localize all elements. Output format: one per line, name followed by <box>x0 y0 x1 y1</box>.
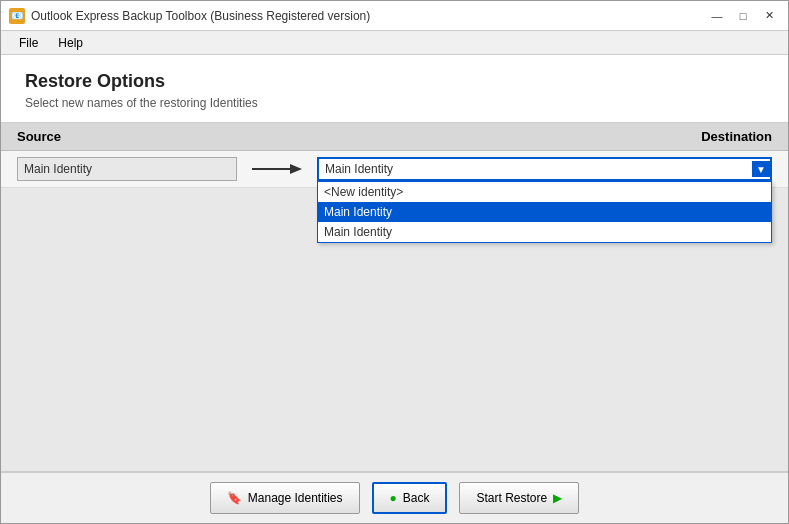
window-title: Outlook Express Backup Toolbox (Business… <box>31 9 370 23</box>
page-subtitle: Select new names of the restoring Identi… <box>25 96 764 110</box>
dropdown-popup: <New identity> Main Identity Main Identi… <box>317 181 772 243</box>
close-button[interactable]: ✕ <box>758 7 780 25</box>
app-icon: 📧 <box>9 8 25 24</box>
table-header: Source Destination <box>1 123 788 151</box>
title-bar: 📧 Outlook Express Backup Toolbox (Busine… <box>1 1 788 31</box>
manage-identities-label: Manage Identities <box>248 491 343 505</box>
minimize-button[interactable]: — <box>706 7 728 25</box>
svg-marker-1 <box>290 164 302 174</box>
destination-dropdown[interactable]: Main Identity ▼ <box>317 157 772 181</box>
bottom-bar: 🔖 Manage Identities ● Back Start Restore… <box>1 471 788 523</box>
col-source-header: Source <box>17 129 357 144</box>
menu-bar: File Help <box>1 31 788 55</box>
start-restore-label: Start Restore <box>476 491 547 505</box>
dropdown-option-new[interactable]: <New identity> <box>318 182 771 202</box>
manage-icon: 🔖 <box>227 491 242 505</box>
dropdown-option-main-2[interactable]: Main Identity <box>318 222 771 242</box>
start-restore-icon: ▶ <box>553 491 562 505</box>
table-row: Main Identity Main Identity ▼ <New ident… <box>1 151 788 188</box>
title-bar-left: 📧 Outlook Express Backup Toolbox (Busine… <box>9 8 370 24</box>
back-icon: ● <box>390 491 397 505</box>
window-controls: — □ ✕ <box>706 7 780 25</box>
back-button[interactable]: ● Back <box>372 482 448 514</box>
page-header: Restore Options Select new names of the … <box>1 55 788 123</box>
main-window: 📧 Outlook Express Backup Toolbox (Busine… <box>0 0 789 524</box>
maximize-button[interactable]: □ <box>732 7 754 25</box>
start-restore-button[interactable]: Start Restore ▶ <box>459 482 579 514</box>
manage-identities-button[interactable]: 🔖 Manage Identities <box>210 482 360 514</box>
dropdown-option-main-1[interactable]: Main Identity <box>318 202 771 222</box>
dropdown-arrow-icon: ▼ <box>752 161 770 177</box>
destination-dropdown-container: Main Identity ▼ <New identity> Main Iden… <box>317 157 772 181</box>
arrow-icon <box>237 161 317 177</box>
back-label: Back <box>403 491 430 505</box>
col-dest-header: Destination <box>357 129 772 144</box>
page-title: Restore Options <box>25 71 764 92</box>
source-identity-field: Main Identity <box>17 157 237 181</box>
menu-help[interactable]: Help <box>48 34 93 52</box>
destination-selected-value: Main Identity <box>325 162 393 176</box>
menu-file[interactable]: File <box>9 34 48 52</box>
main-panel: Source Destination Main Identity Main Id… <box>1 123 788 471</box>
